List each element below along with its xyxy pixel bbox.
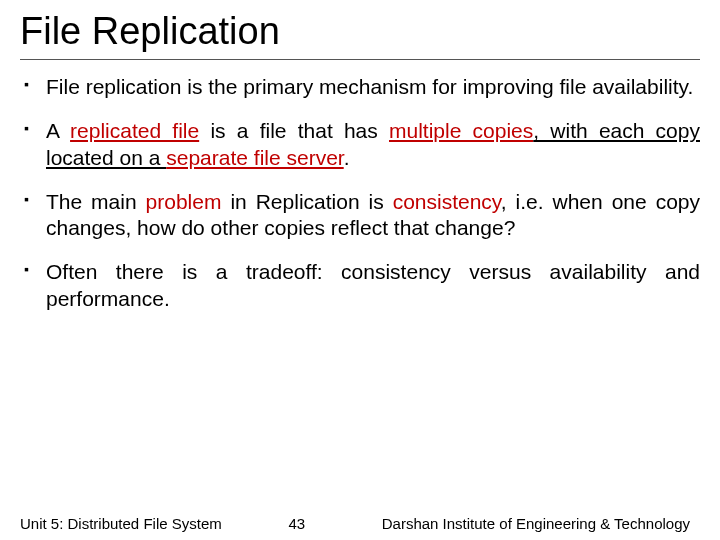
highlight-text: replicated file <box>70 119 199 142</box>
highlight-text: consistency <box>393 190 501 213</box>
bullet-item: File replication is the primary mechanis… <box>46 74 700 100</box>
slide: File Replication File replication is the… <box>0 0 720 540</box>
footer-institution: Darshan Institute of Engineering & Techn… <box>372 515 700 532</box>
slide-title: File Replication <box>20 10 700 53</box>
bullet-item: The main problem in Replication is consi… <box>46 189 700 242</box>
text-fragment: The main <box>46 190 146 213</box>
footer-page-number: 43 <box>222 515 372 532</box>
text-fragment: in Replication is <box>221 190 392 213</box>
footer-unit: Unit 5: Distributed File System <box>20 515 222 532</box>
bullet-item: A replicated file is a file that has mul… <box>46 118 700 171</box>
text-fragment: is a file that has <box>199 119 389 142</box>
slide-footer: Unit 5: Distributed File System 43 Darsh… <box>0 515 720 532</box>
highlight-text: separate file server <box>166 146 343 169</box>
bullet-item: Often there is a tradeoff: consistency v… <box>46 259 700 312</box>
text-fragment: A <box>46 119 70 142</box>
title-rule <box>20 59 700 60</box>
bullet-list: File replication is the primary mechanis… <box>20 74 700 312</box>
text-fragment: . <box>344 146 350 169</box>
highlight-text: problem <box>146 190 222 213</box>
highlight-text: multiple copies <box>389 119 533 142</box>
